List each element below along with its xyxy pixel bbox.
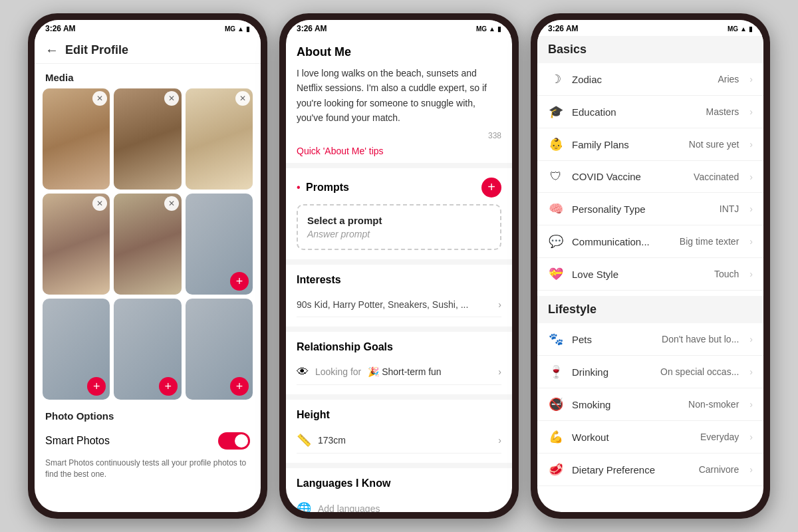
photo-cell-1[interactable]: ✕ <box>43 88 110 190</box>
lifestyle-row-2[interactable]: 🚭 Smoking Non-smoker › <box>537 388 763 421</box>
basics-value-1: Masters <box>706 106 739 117</box>
height-section: Height 📏 173cm › <box>286 400 512 468</box>
photo-cell-6[interactable]: + <box>186 194 253 295</box>
prompts-header: • Prompts + <box>297 178 501 198</box>
signal-icon-2: MG <box>476 25 487 33</box>
basics-row-3[interactable]: 🛡 COVID Vaccine Vaccinated › <box>537 161 763 193</box>
about-me-text[interactable]: I love long walks on the beach, sunsets … <box>297 66 501 126</box>
basics-row-6[interactable]: 💝 Love Style Touch › <box>537 258 763 291</box>
signal-icon-3: MG <box>728 25 738 33</box>
status-bar-2: 3:26 AM MG ▲ ▮ <box>286 20 512 36</box>
translate-icon: 🌐 <box>297 501 311 512</box>
tips-link[interactable]: Quick 'About Me' tips <box>297 146 501 156</box>
prompt-box[interactable]: Select a prompt Answer prompt <box>297 204 501 250</box>
lifestyle-chevron-3: › <box>749 432 753 442</box>
basics-value-4: INTJ <box>720 203 739 214</box>
languages-section: Languages I Know 🌐 Add languages <box>286 468 512 512</box>
lifestyle-row-4[interactable]: 🥩 Dietary Preference Carnivore › <box>537 454 763 486</box>
photo-cell-3[interactable]: ✕ <box>186 88 253 190</box>
relationship-title: Relationship Goals <box>297 341 501 353</box>
smart-photos-row: Smart Photos ✓ <box>45 427 250 455</box>
basics-header: Basics <box>537 36 763 63</box>
battery-icon-3: ▮ <box>749 25 753 33</box>
interests-row[interactable]: 90s Kid, Harry Potter, Sneakers, Sushi, … <box>297 293 501 317</box>
phone-2: 3:26 AM MG ▲ ▮ About Me I love long walk… <box>279 13 519 519</box>
basics-icon-1: 🎓 <box>548 104 564 119</box>
basics-row-0[interactable]: ☽ Zodiac Aries › <box>537 63 763 96</box>
lifestyle-icon-0: 🐾 <box>548 332 564 346</box>
screen-basics: 3:26 AM MG ▲ ▮ Basics ☽ Zodiac Aries › 🎓… <box>537 20 763 512</box>
lifestyle-header: Lifestyle <box>537 296 763 323</box>
signal-icon: MG <box>225 25 235 33</box>
lifestyle-label-3: Workout <box>572 432 692 443</box>
lifestyle-label-4: Dietary Preference <box>572 464 691 475</box>
edit-profile-content: Media ✕ ✕ ✕ ✕ <box>35 64 261 512</box>
status-time-3: 3:26 AM <box>548 24 579 33</box>
photo-cell-8[interactable]: + <box>114 299 181 400</box>
prompts-section: • Prompts + Select a prompt Answer promp… <box>286 168 512 265</box>
status-icons-1: MG ▲ ▮ <box>225 25 250 33</box>
lifestyle-label-0: Pets <box>572 334 654 345</box>
edit-profile-header: ← Edit Profile <box>35 36 261 64</box>
photo-cell-9[interactable]: + <box>186 299 253 400</box>
lifestyle-chevron-2: › <box>749 399 753 410</box>
basics-value-5: Big time texter <box>680 236 739 247</box>
remove-photo-5[interactable]: ✕ <box>164 196 179 211</box>
photo-grid: ✕ ✕ ✕ ✕ ✕ <box>35 88 261 400</box>
prompts-title: Prompts <box>306 182 349 193</box>
photo-cell-5[interactable]: ✕ <box>114 194 181 295</box>
basics-value-3: Vaccinated <box>694 172 739 182</box>
prompt-answer-placeholder[interactable]: Answer prompt <box>307 229 491 239</box>
photo-options-title: Photo Options <box>45 410 250 427</box>
add-photo-6[interactable]: + <box>230 272 249 291</box>
basics-chevron-3: › <box>749 172 753 182</box>
basics-chevron-0: › <box>749 74 753 84</box>
lifestyle-list: 🐾 Pets Don't have but lo... › 🍷 Drinking… <box>537 323 763 486</box>
remove-photo-3[interactable]: ✕ <box>235 91 250 106</box>
basics-chevron-5: › <box>749 236 753 247</box>
basics-row-5[interactable]: 💬 Communication... Big time texter › <box>537 225 763 258</box>
basics-chevron-4: › <box>749 203 753 214</box>
smart-photos-toggle[interactable]: ✓ <box>218 432 250 450</box>
remove-photo-2[interactable]: ✕ <box>164 91 179 106</box>
phone-3: 3:26 AM MG ▲ ▮ Basics ☽ Zodiac Aries › 🎓… <box>531 13 770 519</box>
basics-label-2: Family Plans <box>572 139 681 150</box>
basics-label-4: Personality Type <box>572 203 712 215</box>
interests-chevron: › <box>498 299 501 310</box>
lifestyle-chevron-0: › <box>749 334 753 344</box>
lifestyle-icon-3: 💪 <box>548 430 564 444</box>
toggle-checkmark: ✓ <box>241 438 247 445</box>
basics-icon-6: 💝 <box>548 267 564 281</box>
basics-content: Basics ☽ Zodiac Aries › 🎓 Education Mast… <box>537 36 763 512</box>
looking-for-chevron: › <box>498 366 501 377</box>
about-me-title: About Me <box>297 45 501 59</box>
page-title: Edit Profile <box>65 43 128 57</box>
about-section: About Me I love long walks on the beach,… <box>286 36 512 168</box>
photo-cell-7[interactable]: + <box>43 299 110 400</box>
prompt-select-label: Select a prompt <box>307 215 491 226</box>
basics-value-0: Aries <box>718 74 739 84</box>
media-section-title: Media <box>35 64 261 88</box>
smart-photos-label: Smart Photos <box>45 435 110 447</box>
add-languages-row[interactable]: 🌐 Add languages <box>297 496 501 512</box>
basics-row-2[interactable]: 👶 Family Plans Not sure yet › <box>537 128 763 161</box>
add-photo-9[interactable]: + <box>230 377 249 396</box>
lifestyle-row-3[interactable]: 💪 Workout Everyday › <box>537 421 763 454</box>
basics-row-4[interactable]: 🧠 Personality Type INTJ › <box>537 193 763 225</box>
smart-photos-description: Smart Photos continuously tests all your… <box>45 455 250 480</box>
basics-label-3: COVID Vaccine <box>572 171 686 182</box>
photo-cell-2[interactable]: ✕ <box>114 88 181 190</box>
back-button[interactable]: ← <box>45 43 59 58</box>
lifestyle-row-1[interactable]: 🍷 Drinking On special occas... › <box>537 356 763 388</box>
add-prompt-button[interactable]: + <box>481 178 501 198</box>
status-bar-3: 3:26 AM MG ▲ ▮ <box>537 20 763 36</box>
battery-icon: ▮ <box>246 25 250 33</box>
photo-cell-4[interactable]: ✕ <box>43 194 110 295</box>
add-photo-8[interactable]: + <box>159 377 178 396</box>
lifestyle-row-0[interactable]: 🐾 Pets Don't have but lo... › <box>537 323 763 356</box>
basics-row-1[interactable]: 🎓 Education Masters › <box>537 96 763 128</box>
wifi-icon: ▲ <box>237 25 244 33</box>
add-languages-placeholder: Add languages <box>318 503 380 512</box>
looking-for-row[interactable]: 👁 Looking for 🎉 Short-term fun › <box>297 360 501 385</box>
height-row[interactable]: 📏 173cm › <box>297 428 501 454</box>
